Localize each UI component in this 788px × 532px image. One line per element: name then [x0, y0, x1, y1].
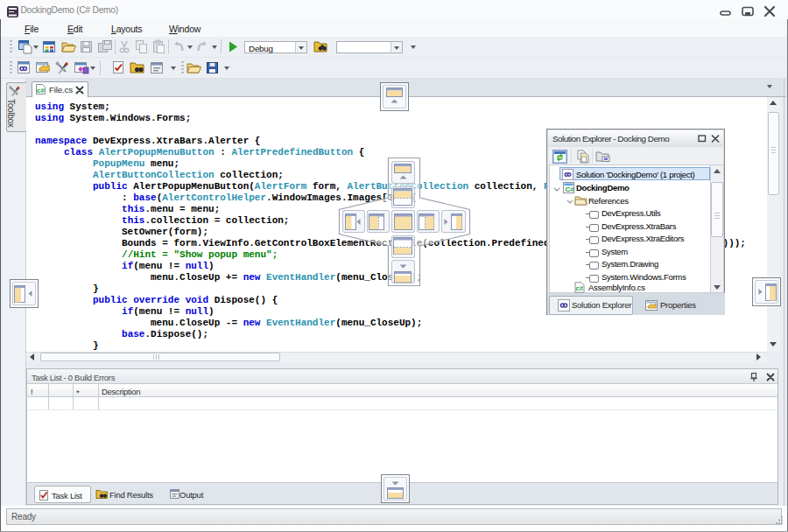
svg-text:C#: C#: [566, 186, 575, 193]
svg-text:c#: c#: [37, 87, 45, 94]
svg-text:c#: c#: [576, 284, 584, 292]
